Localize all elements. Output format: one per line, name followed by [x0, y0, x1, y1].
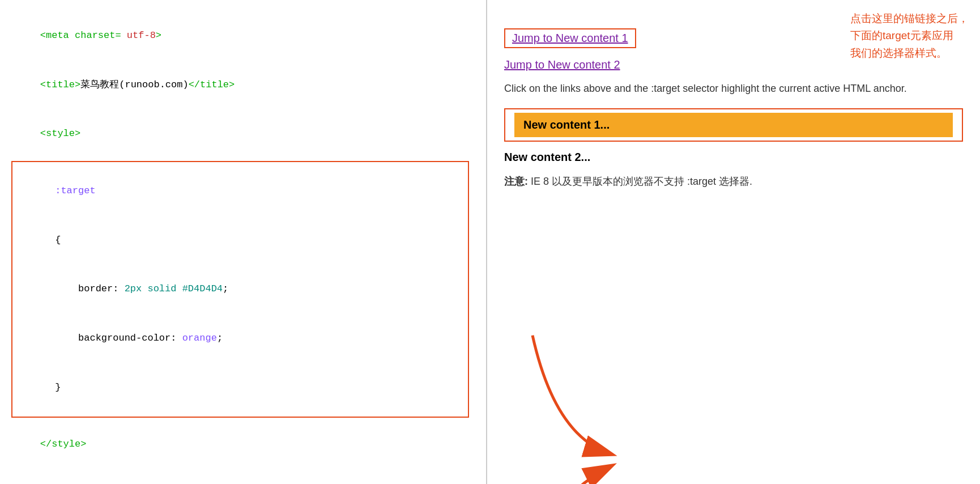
- note-paragraph: 注意: IE 8 以及更早版本的浏览器不支持 :target 选择器.: [504, 173, 963, 190]
- code-panel: <meta charset= utf-8> <title>菜鸟教程(runoob…: [0, 0, 487, 484]
- code-value-purple: orange: [182, 333, 217, 343]
- code-line-style-close: </style>: [17, 420, 469, 469]
- code-line-style-open: <style>: [17, 109, 469, 159]
- preview-panel: 点击这里的锚链接之后， 下面的target元素应用 我们的选择器样式。 Jump…: [487, 0, 980, 484]
- code-selector: :target: [55, 185, 95, 196]
- code-line-brace-open: {: [20, 216, 460, 265]
- code-attr-value: utf-8: [127, 30, 156, 41]
- preview-description: Click on the links above and the :target…: [504, 80, 963, 97]
- code-value-teal: 2px solid #D4D4D4: [125, 283, 223, 294]
- annotation-line2: 下面的target元素应用: [850, 27, 969, 44]
- code-brace-close: }: [55, 382, 61, 393]
- code-semi: ;: [217, 333, 223, 343]
- code-tag: <title>: [40, 79, 80, 90]
- new-content-2-text: New content 2...: [504, 151, 963, 164]
- code-line-selector: :target: [20, 167, 460, 216]
- code-text: 菜鸟教程(runoob.com): [80, 79, 188, 90]
- code-prop: border:: [55, 283, 124, 294]
- target-selector-box: :target { border: 2px solid #D4D4D4; bac…: [11, 161, 469, 418]
- code-line-head-close: </head>: [17, 469, 469, 484]
- code-tag-close: </title>: [189, 79, 235, 90]
- new-content-1-box: New content 1...: [504, 108, 963, 142]
- code-line-meta: <meta charset= utf-8>: [17, 11, 469, 61]
- code-tag: </style>: [40, 439, 87, 449]
- code-line-title: <title>菜鸟教程(runoob.com)</title>: [17, 61, 469, 110]
- code-tag-close: >: [156, 30, 161, 41]
- note-content: IE 8 以及更早版本的浏览器不支持 :target 选择器.: [528, 176, 752, 187]
- annotation-line1: 点击这里的锚链接之后，: [850, 10, 969, 27]
- code-tag: <style>: [40, 128, 80, 139]
- code-line-border: border: 2px solid #D4D4D4;: [20, 265, 460, 314]
- note-label: 注意:: [504, 176, 528, 187]
- new-content-1-text: New content 1...: [514, 113, 953, 137]
- code-tag: <meta charset=: [40, 30, 127, 41]
- code-line-bgcolor: background-color: orange;: [20, 314, 460, 363]
- chinese-annotation: 点击这里的锚链接之后， 下面的target元素应用 我们的选择器样式。: [850, 10, 969, 62]
- code-line-brace-close: }: [20, 363, 460, 413]
- link1-anchor[interactable]: Jump to New content 1: [504, 28, 636, 48]
- code-prop: background-color:: [55, 333, 182, 343]
- code-semi: ;: [223, 283, 228, 294]
- code-brace: {: [55, 235, 61, 245]
- annotation-line3: 我们的选择器样式。: [850, 45, 969, 62]
